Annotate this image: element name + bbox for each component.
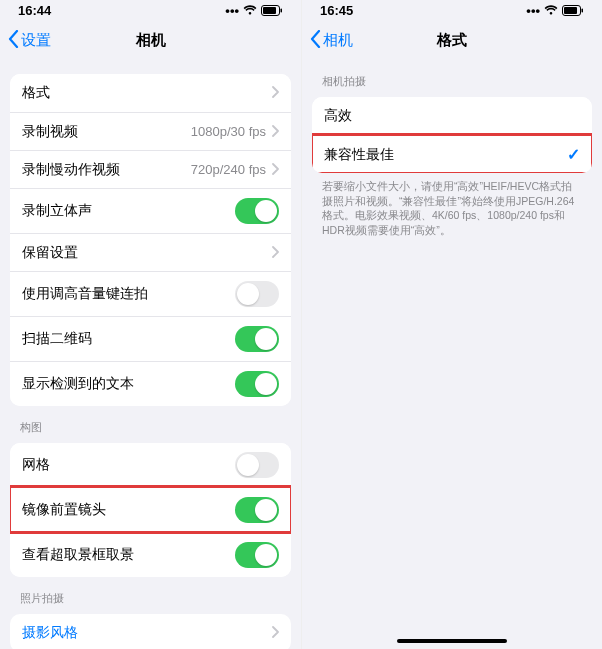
row-accessory — [235, 371, 279, 397]
row-accessory — [235, 281, 279, 307]
group-header-capture: 相机拍摄 — [312, 60, 592, 93]
home-indicator[interactable] — [397, 639, 507, 643]
row-label: 网格 — [22, 456, 50, 474]
settings-row[interactable]: 显示检测到的文本 — [10, 361, 291, 406]
settings-content: 格式录制视频1080p/30 fps录制慢动作视频720p/240 fps录制立… — [0, 60, 301, 649]
group-footer-capture: 若要缩小文件大小，请使用“高效”HEIF/HEVC格式拍摄照片和视频。“兼容性最… — [312, 173, 592, 238]
group-header-photo: 照片拍摄 — [10, 577, 291, 610]
check-icon: ✓ — [567, 145, 580, 164]
battery-icon — [261, 5, 283, 16]
chevron-right-icon — [272, 625, 279, 641]
chevron-left-icon — [310, 30, 321, 51]
row-label: 保留设置 — [22, 244, 78, 262]
row-accessory — [235, 452, 279, 478]
row-detail-text: 1080p/30 fps — [191, 124, 266, 139]
wifi-icon — [243, 5, 257, 15]
toggle-switch[interactable] — [235, 281, 279, 307]
settings-row[interactable]: 录制慢动作视频720p/240 fps — [10, 150, 291, 188]
settings-row[interactable]: 网格 — [10, 443, 291, 487]
nav-bar: 相机 格式 — [302, 20, 602, 60]
settings-row[interactable]: 使用调高音量键连拍 — [10, 271, 291, 316]
settings-row[interactable]: 保留设置 — [10, 233, 291, 271]
status-time: 16:45 — [320, 3, 353, 18]
row-label: 兼容性最佳 — [324, 146, 394, 164]
settings-row[interactable]: 格式 — [10, 74, 291, 112]
row-detail-text: 720p/240 fps — [191, 162, 266, 177]
settings-group-photo: 摄影风格 — [10, 614, 291, 649]
toggle-switch[interactable] — [235, 452, 279, 478]
row-label: 摄影风格 — [22, 624, 78, 642]
wifi-icon — [544, 5, 558, 15]
row-label: 使用调高音量键连拍 — [22, 285, 148, 303]
chevron-left-icon — [8, 30, 19, 51]
settings-group-main: 格式录制视频1080p/30 fps录制慢动作视频720p/240 fps录制立… — [10, 74, 291, 406]
row-accessory — [235, 198, 279, 224]
row-label: 查看超取景框取景 — [22, 546, 134, 564]
row-label: 格式 — [22, 84, 50, 102]
settings-row[interactable]: 高效 — [312, 97, 592, 135]
toggle-switch[interactable] — [235, 371, 279, 397]
row-accessory — [235, 542, 279, 568]
row-accessory: 720p/240 fps — [191, 162, 279, 178]
phone-camera-settings: 16:44 ••• 设置 相机 格式录制视频1080p/30 fps录制慢动作视… — [0, 0, 301, 649]
row-label: 镜像前置镜头 — [22, 501, 106, 519]
phone-formats-settings: 16:45 ••• 相机 格式 相机拍摄 高效兼容性最佳✓ 若要缩小文件大小，请… — [301, 0, 602, 649]
row-accessory — [272, 625, 279, 641]
settings-group-capture: 高效兼容性最佳✓ — [312, 97, 592, 173]
battery-icon — [562, 5, 584, 16]
settings-row[interactable]: 镜像前置镜头 — [10, 487, 291, 532]
row-accessory: 1080p/30 fps — [191, 124, 279, 140]
chevron-right-icon — [272, 124, 279, 140]
settings-row[interactable]: 录制立体声 — [10, 188, 291, 233]
toggle-switch[interactable] — [235, 198, 279, 224]
settings-row[interactable]: 录制视频1080p/30 fps — [10, 112, 291, 150]
chevron-right-icon — [272, 85, 279, 101]
row-label: 显示检测到的文本 — [22, 375, 134, 393]
status-right: ••• — [526, 3, 584, 18]
nav-back-label: 设置 — [21, 31, 51, 50]
status-right: ••• — [225, 3, 283, 18]
chevron-right-icon — [272, 162, 279, 178]
chevron-right-icon — [272, 245, 279, 261]
svg-rect-2 — [281, 8, 283, 12]
nav-bar: 设置 相机 — [0, 20, 301, 60]
settings-row[interactable]: 扫描二维码 — [10, 316, 291, 361]
nav-back-button[interactable]: 相机 — [310, 30, 353, 51]
svg-rect-5 — [582, 8, 584, 12]
group-header-composition: 构图 — [10, 406, 291, 439]
settings-row[interactable]: 兼容性最佳✓ — [312, 135, 592, 173]
row-label: 录制慢动作视频 — [22, 161, 120, 179]
nav-back-button[interactable]: 设置 — [8, 30, 51, 51]
cellular-icon: ••• — [526, 3, 540, 18]
row-accessory — [235, 497, 279, 523]
settings-group-composition: 网格镜像前置镜头查看超取景框取景 — [10, 443, 291, 577]
nav-title: 格式 — [437, 31, 467, 50]
row-label: 录制立体声 — [22, 202, 92, 220]
row-label: 录制视频 — [22, 123, 78, 141]
nav-back-label: 相机 — [323, 31, 353, 50]
toggle-switch[interactable] — [235, 497, 279, 523]
status-time: 16:44 — [18, 3, 51, 18]
status-bar: 16:44 ••• — [0, 0, 301, 20]
row-accessory — [272, 245, 279, 261]
status-bar: 16:45 ••• — [302, 0, 602, 20]
nav-title: 相机 — [136, 31, 166, 50]
toggle-switch[interactable] — [235, 542, 279, 568]
row-accessory: ✓ — [567, 145, 580, 164]
row-accessory — [272, 85, 279, 101]
cellular-icon: ••• — [225, 3, 239, 18]
row-label: 高效 — [324, 107, 352, 125]
settings-row[interactable]: 摄影风格 — [10, 614, 291, 649]
svg-rect-4 — [564, 7, 577, 14]
settings-content: 相机拍摄 高效兼容性最佳✓ 若要缩小文件大小，请使用“高效”HEIF/HEVC格… — [302, 60, 602, 649]
settings-row[interactable]: 查看超取景框取景 — [10, 532, 291, 577]
row-label: 扫描二维码 — [22, 330, 92, 348]
toggle-switch[interactable] — [235, 326, 279, 352]
row-accessory — [235, 326, 279, 352]
svg-rect-1 — [263, 7, 276, 14]
